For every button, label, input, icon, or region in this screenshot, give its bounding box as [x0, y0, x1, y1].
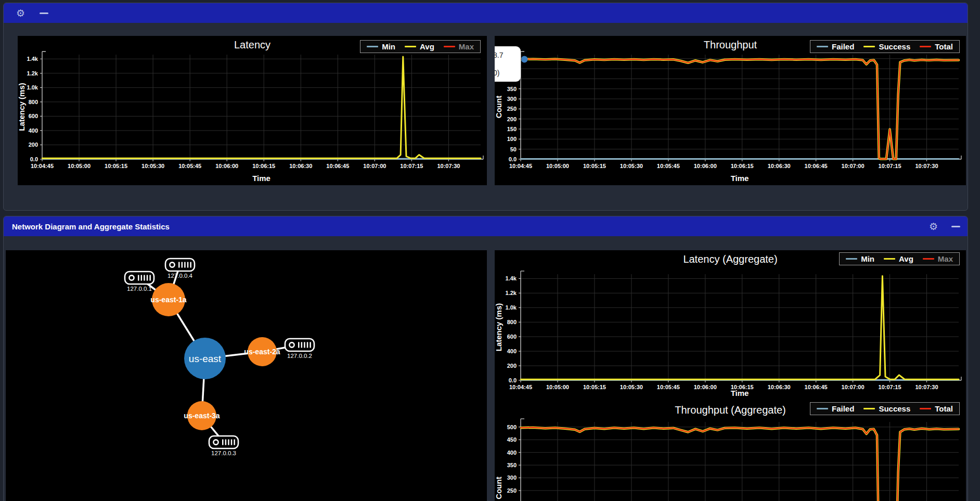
throughput-plot[interactable]: 0.05010015020025030035040045050010:04:45… [495, 36, 966, 185]
network-node-127-0-0-1[interactable]: 127.0.0.1 [125, 272, 154, 292]
legend-item-success[interactable]: Success [863, 404, 910, 413]
svg-text:0.0: 0.0 [509, 377, 517, 383]
legend-label: Failed [832, 404, 854, 413]
network-node-127-0-0-2[interactable]: 127.0.0.2 [285, 339, 314, 359]
network-node-us-east-2a[interactable]: us-east-2a [244, 337, 280, 366]
svg-text:10:05:30: 10:05:30 [620, 384, 643, 390]
svg-text:10:04:45: 10:04:45 [509, 384, 532, 390]
network-node-127-0-0-3[interactable]: 127.0.0.3 [209, 436, 238, 456]
svg-text:10:06:30: 10:06:30 [289, 163, 312, 169]
node-label: us-east [189, 353, 222, 364]
svg-text:10:07:00: 10:07:00 [842, 163, 865, 169]
svg-text:300: 300 [507, 474, 517, 481]
aggregate-charts-card: Latency (Aggregate) MinAvgMax 0.02004006… [495, 250, 966, 501]
latency-plot[interactable]: 0.02004006008001.0k1.2k1.4k10:04:4510:05… [18, 36, 487, 185]
latency-svg: 0.02004006008001.0k1.2k1.4k10:04:4510:05… [18, 36, 487, 185]
legend-item-avg[interactable]: Avg [884, 254, 913, 263]
tooltip-line: 8.7 [495, 51, 521, 59]
legend-swatch [863, 46, 875, 48]
svg-text:50: 50 [510, 146, 517, 152]
svg-text:Time: Time [252, 174, 270, 183]
latency-aggregate-plot[interactable]: 0.02004006008001.0k1.2k1.4k10:04:4510:05… [495, 250, 966, 400]
legend-item-min[interactable]: Min [846, 254, 874, 263]
network-node-us-east[interactable]: us-east [184, 338, 226, 379]
legend-item-min[interactable]: Min [367, 42, 395, 51]
svg-text:10:07:15: 10:07:15 [400, 163, 423, 169]
svg-text:Latency (ms): Latency (ms) [18, 83, 26, 131]
svg-text:600: 600 [507, 333, 517, 340]
host-label: 127.0.0.1 [127, 286, 152, 292]
svg-text:250: 250 [507, 106, 517, 112]
minimize-icon[interactable] [951, 226, 960, 227]
gear-icon[interactable]: ⚙ [929, 222, 938, 232]
legend-label: Success [879, 42, 910, 51]
minimize-icon[interactable] [40, 12, 48, 14]
network-node-us-east-1a[interactable]: us-east-1a [150, 283, 186, 316]
legend-swatch [405, 46, 416, 48]
svg-text:10:06:45: 10:06:45 [805, 384, 828, 390]
svg-text:200: 200 [29, 142, 38, 148]
node-label: us-east-1a [150, 296, 186, 304]
svg-text:Time: Time [731, 174, 749, 183]
svg-text:350: 350 [507, 86, 517, 92]
svg-text:1.2k: 1.2k [506, 290, 517, 296]
svg-text:Count: Count [495, 96, 503, 118]
legend-label: Max [938, 254, 953, 263]
legend-swatch [444, 46, 455, 48]
svg-text:450: 450 [507, 436, 517, 443]
svg-text:10:05:45: 10:05:45 [657, 163, 680, 169]
legend-item-success[interactable]: Success [863, 42, 910, 51]
panel-network-aggregate: Network Diagram and Aggregate Statistics… [3, 216, 968, 501]
svg-text:10:06:00: 10:06:00 [215, 163, 238, 169]
svg-text:10:04:45: 10:04:45 [509, 163, 532, 169]
node-label: us-east-2a [244, 348, 280, 356]
legend-item-max[interactable]: Max [923, 254, 953, 263]
svg-text:400: 400 [29, 127, 38, 134]
panel-top-body: Latency MinAvgMax 0.02004006008001.0k1.2… [4, 23, 968, 185]
panel-top-header: ⚙ [4, 3, 968, 23]
throughput-aggregate-card: Throughput (Aggregate) FailedSuccessTota… [495, 400, 966, 501]
svg-text:10:07:00: 10:07:00 [842, 384, 865, 390]
network-node-us-east-3a[interactable]: us-east-3a [184, 401, 220, 430]
svg-text:10:07:15: 10:07:15 [879, 163, 901, 169]
svg-text:1.4k: 1.4k [506, 275, 517, 281]
legend-swatch [920, 408, 931, 410]
legend-item-total[interactable]: Total [920, 42, 953, 51]
throughput-svg: 0.05010015020025030035040045050010:04:45… [495, 36, 966, 185]
svg-text:10:05:45: 10:05:45 [657, 384, 680, 390]
svg-text:10:05:15: 10:05:15 [583, 163, 606, 169]
legend-swatch [863, 408, 875, 410]
legend-item-failed[interactable]: Failed [817, 42, 854, 51]
legend-swatch [367, 46, 378, 48]
svg-text:10:05:15: 10:05:15 [105, 163, 127, 169]
legend-label: Failed [832, 42, 854, 51]
svg-text:10:06:45: 10:06:45 [805, 163, 828, 169]
svg-text:150: 150 [507, 126, 517, 132]
host-label: 127.0.0.4 [167, 273, 193, 279]
network-diagram[interactable]: us-eastus-east-1aus-east-2aus-east-3a127… [6, 250, 487, 501]
svg-text:500: 500 [507, 424, 517, 430]
legend-label: Total [935, 404, 953, 413]
latency_aggregate-svg: 0.02004006008001.0k1.2k1.4k10:04:4510:05… [495, 250, 966, 400]
series-total [521, 428, 959, 501]
legend-label: Min [382, 42, 395, 51]
legend-item-max[interactable]: Max [444, 42, 474, 51]
host-label: 127.0.0.3 [211, 450, 236, 456]
network-node-127-0-0-4[interactable]: 127.0.0.4 [165, 259, 195, 279]
svg-text:10:06:00: 10:06:00 [694, 163, 717, 169]
svg-text:0.0: 0.0 [509, 156, 517, 162]
latency-aggregate-card: Latency (Aggregate) MinAvgMax 0.02004006… [495, 250, 966, 400]
legend-item-avg[interactable]: Avg [405, 42, 434, 51]
gear-icon[interactable]: ⚙ [16, 8, 25, 18]
panel-bottom-title: Network Diagram and Aggregate Statistics [12, 222, 929, 231]
legend-label: Max [459, 42, 474, 51]
panel-latency-throughput: ⚙ Latency MinAvgMax 0.02004006008001.0k1… [3, 3, 968, 211]
legend-label: Success [879, 404, 910, 413]
legend-item-total[interactable]: Total [920, 404, 953, 413]
svg-text:10:05:45: 10:05:45 [178, 163, 201, 169]
svg-text:100: 100 [507, 136, 517, 142]
legend-label: Avg [899, 254, 913, 263]
legend-item-failed[interactable]: Failed [817, 404, 854, 413]
node-label: us-east-3a [184, 412, 220, 420]
svg-text:1.4k: 1.4k [27, 56, 38, 62]
